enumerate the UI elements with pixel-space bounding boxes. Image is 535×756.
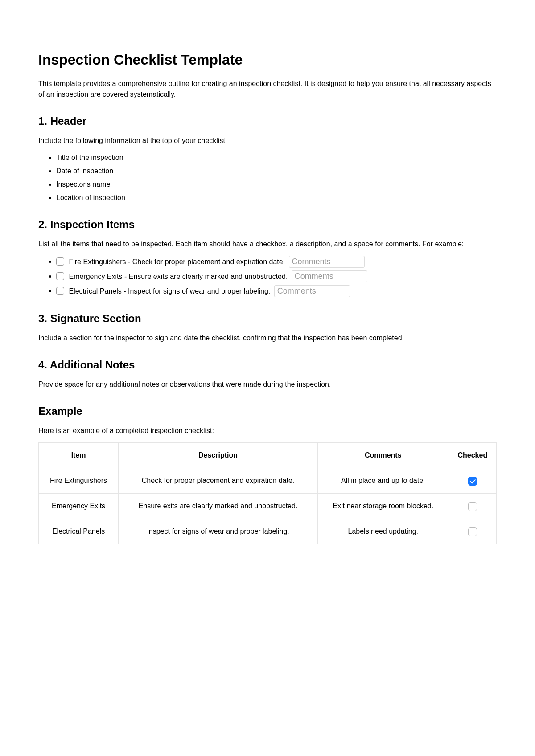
cell-item: Fire Extinguishers bbox=[39, 468, 119, 494]
item-checkbox[interactable] bbox=[56, 272, 64, 280]
item-comments-input[interactable] bbox=[274, 285, 350, 297]
section-signature-heading: 3. Signature Section bbox=[38, 311, 497, 327]
cell-item: Emergency Exits bbox=[39, 494, 119, 519]
section-items-text: List all the items that need to be inspe… bbox=[38, 239, 497, 249]
item-comments-input[interactable] bbox=[292, 270, 367, 282]
header-bullet-list: Title of the inspection Date of inspecti… bbox=[38, 152, 497, 203]
section-items-heading: 2. Inspection Items bbox=[38, 217, 497, 233]
intro-text: This template provides a comprehensive o… bbox=[38, 78, 497, 100]
row-checkbox[interactable] bbox=[468, 527, 477, 536]
item-label: Fire Extinguishers - Check for proper pl… bbox=[69, 258, 285, 266]
item-comments-input[interactable] bbox=[289, 256, 365, 268]
section-example-text: Here is an example of a completed inspec… bbox=[38, 425, 497, 436]
cell-comments: Exit near storage room blocked. bbox=[317, 494, 449, 519]
example-table: Item Description Comments Checked Fire E… bbox=[38, 442, 497, 544]
header-bullet: Location of inspection bbox=[56, 192, 497, 203]
table-row: Fire Extinguishers Check for proper plac… bbox=[39, 468, 497, 494]
cell-comments: Labels need updating. bbox=[317, 519, 449, 544]
section-notes-heading: 4. Additional Notes bbox=[38, 357, 497, 373]
header-bullet: Inspector's name bbox=[56, 179, 497, 190]
inspection-item: Electrical Panels - Inspect for signs of… bbox=[56, 285, 497, 297]
col-description: Description bbox=[119, 443, 318, 468]
section-header-heading: 1. Header bbox=[38, 113, 497, 129]
table-row: Electrical Panels Inspect for signs of w… bbox=[39, 519, 497, 544]
cell-checked bbox=[449, 494, 496, 519]
section-header-text: Include the following information at the… bbox=[38, 135, 497, 146]
inspection-item: Fire Extinguishers - Check for proper pl… bbox=[56, 256, 497, 268]
table-row: Emergency Exits Ensure exits are clearly… bbox=[39, 494, 497, 519]
col-checked: Checked bbox=[449, 443, 496, 468]
col-comments: Comments bbox=[317, 443, 449, 468]
section-example-heading: Example bbox=[38, 403, 497, 419]
cell-comments: All in place and up to date. bbox=[317, 468, 449, 494]
inspection-items-list: Fire Extinguishers - Check for proper pl… bbox=[38, 256, 497, 297]
cell-description: Check for proper placement and expiratio… bbox=[119, 468, 318, 494]
item-checkbox[interactable] bbox=[56, 287, 64, 295]
item-label: Emergency Exits - Ensure exits are clear… bbox=[69, 273, 288, 280]
section-notes-text: Provide space for any additional notes o… bbox=[38, 379, 497, 390]
row-checkbox[interactable] bbox=[468, 477, 477, 486]
inspection-item: Emergency Exits - Ensure exits are clear… bbox=[56, 270, 497, 282]
header-bullet: Date of inspection bbox=[56, 166, 497, 176]
page-title: Inspection Checklist Template bbox=[38, 49, 497, 70]
section-signature-text: Include a section for the inspector to s… bbox=[38, 333, 497, 343]
table-header-row: Item Description Comments Checked bbox=[39, 443, 497, 468]
cell-checked bbox=[449, 519, 496, 544]
col-item: Item bbox=[39, 443, 119, 468]
cell-description: Ensure exits are clearly marked and unob… bbox=[119, 494, 318, 519]
item-checkbox[interactable] bbox=[56, 257, 64, 266]
cell-checked bbox=[449, 468, 496, 494]
row-checkbox[interactable] bbox=[468, 502, 477, 511]
cell-description: Inspect for signs of wear and proper lab… bbox=[119, 519, 318, 544]
item-label: Electrical Panels - Inspect for signs of… bbox=[69, 287, 270, 295]
cell-item: Electrical Panels bbox=[39, 519, 119, 544]
header-bullet: Title of the inspection bbox=[56, 152, 497, 163]
